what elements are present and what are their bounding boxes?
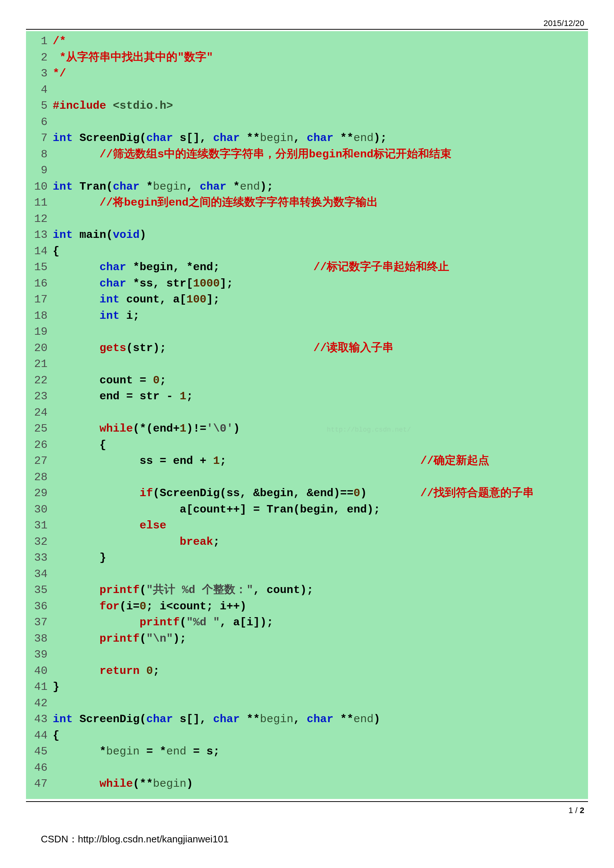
line-content: int Tran(char *begin, char *end); — [53, 179, 588, 195]
line-content: end = str - 1; — [53, 389, 588, 405]
line-content: count = 0; — [53, 373, 588, 389]
line-content: int count, a[100]; — [53, 292, 588, 308]
page-sep: / — [573, 806, 580, 815]
line-content — [53, 405, 588, 421]
line-number: 4 — [26, 82, 48, 98]
line-content: { — [53, 243, 588, 260]
code-line: 32 break; — [26, 534, 588, 550]
code-line: 15 char *begin, *end; //标记数字子串起始和终止 — [26, 259, 588, 276]
code-line: 18 int i; — [26, 308, 588, 324]
code-line: 44{ — [26, 728, 588, 744]
line-content: /* — [53, 33, 588, 50]
line-content — [53, 324, 588, 340]
line-content: while(*(end+1)!='\0') http://blog.csdn.n… — [53, 421, 588, 437]
code-line: 38 printf("\n"); — [26, 631, 588, 647]
line-number: 36 — [26, 598, 48, 615]
code-line: 6 — [26, 114, 588, 131]
line-number: 5 — [26, 98, 48, 114]
code-line: 41} — [26, 679, 588, 696]
line-number: 35 — [26, 582, 48, 598]
line-number: 20 — [26, 340, 48, 356]
line-content: int main(void) — [53, 227, 588, 243]
line-number: 3 — [26, 66, 48, 82]
code-line: 27 ss = end + 1; //确定新起点 — [26, 453, 588, 470]
line-content: else — [53, 518, 588, 534]
line-number: 14 — [26, 243, 48, 260]
line-number: 9 — [26, 163, 48, 179]
line-content — [53, 647, 588, 663]
line-content: printf("\n"); — [53, 631, 588, 647]
line-content: printf("共计 %d 个整数：", count); — [53, 582, 588, 598]
code-line: 11 //将begin到end之间的连续数字字符串转换为数字输出 — [26, 195, 588, 211]
line-content: } — [53, 550, 588, 566]
line-content — [53, 566, 588, 583]
line-content: if(ScreenDig(ss, &begin, &end)==0) //找到符… — [53, 485, 588, 502]
line-content: for(i=0; i<count; i++) — [53, 598, 588, 615]
code-line: 10int Tran(char *begin, char *end); — [26, 179, 588, 195]
line-number: 16 — [26, 276, 48, 292]
line-content: gets(str); //读取输入子串 — [53, 340, 588, 356]
page-total: 2 — [580, 806, 584, 815]
line-content: a[count++] = Tran(begin, end); — [53, 502, 588, 518]
line-content: { — [53, 437, 588, 454]
code-line: 47 while(**begin) — [26, 776, 588, 792]
code-line: 40 return 0; — [26, 663, 588, 679]
line-number: 22 — [26, 373, 48, 389]
line-number: 33 — [26, 550, 48, 566]
code-line: 13int main(void) — [26, 227, 588, 243]
line-number: 31 — [26, 518, 48, 534]
line-content: char *ss, str[1000]; — [53, 276, 588, 292]
line-number: 40 — [26, 663, 48, 679]
code-line: 33 } — [26, 550, 588, 566]
line-content: while(**begin) — [53, 776, 588, 792]
line-content — [53, 82, 588, 98]
line-number: 8 — [26, 147, 48, 163]
line-content: //筛选数组s中的连续数字字符串，分别用begin和end标记开始和结束 — [53, 147, 588, 163]
line-content: } — [53, 679, 588, 696]
line-number: 24 — [26, 405, 48, 421]
code-line: 43int ScreenDig(char s[], char **begin, … — [26, 711, 588, 728]
footer-source: CSDN：http://blog.csdn.net/kangjianwei101 — [41, 833, 229, 846]
code-line: 29 if(ScreenDig(ss, &begin, &end)==0) //… — [26, 485, 588, 502]
code-line: 19 — [26, 324, 588, 340]
line-content: *begin = *end = s; — [53, 744, 588, 760]
code-line: 42 — [26, 696, 588, 712]
line-number: 34 — [26, 566, 48, 583]
page-number: 1 / 2 — [26, 802, 588, 815]
code-line: 28 — [26, 470, 588, 486]
code-line: 9 — [26, 163, 588, 179]
line-content: break; — [53, 534, 588, 550]
line-number: 41 — [26, 679, 48, 696]
line-content: */ — [53, 66, 588, 82]
code-line: 23 end = str - 1; — [26, 389, 588, 405]
line-number: 13 — [26, 227, 48, 243]
code-line: 14{ — [26, 243, 588, 260]
top-rule — [26, 29, 588, 30]
line-content — [53, 114, 588, 131]
line-content — [53, 163, 588, 179]
code-line: 17 int count, a[100]; — [26, 292, 588, 308]
code-line: 22 count = 0; — [26, 373, 588, 389]
code-line: 35 printf("共计 %d 个整数：", count); — [26, 582, 588, 598]
line-content — [53, 760, 588, 777]
line-content: *从字符串中找出其中的"数字" — [53, 50, 588, 66]
code-line: 2 *从字符串中找出其中的"数字" — [26, 50, 588, 66]
code-block: 1/*2 *从字符串中找出其中的"数字"3*/4 5#include <stdi… — [26, 31, 588, 799]
line-number: 30 — [26, 502, 48, 518]
line-number: 42 — [26, 696, 48, 712]
line-content: #include <stdio.h> — [53, 98, 588, 114]
code-line: 24 — [26, 405, 588, 421]
line-number: 11 — [26, 195, 48, 211]
code-line: 30 a[count++] = Tran(begin, end); — [26, 502, 588, 518]
code-line: 31 else — [26, 518, 588, 534]
code-line: 45 *begin = *end = s; — [26, 744, 588, 760]
line-number: 19 — [26, 324, 48, 340]
code-line: 1/* — [26, 33, 588, 50]
line-number: 39 — [26, 647, 48, 663]
line-number: 10 — [26, 179, 48, 195]
line-content — [53, 470, 588, 486]
code-line: 12 — [26, 211, 588, 228]
page: 2015/12/20 1/*2 *从字符串中找出其中的"数字"3*/4 5#in… — [0, 0, 614, 868]
line-number: 32 — [26, 534, 48, 550]
line-number: 18 — [26, 308, 48, 324]
